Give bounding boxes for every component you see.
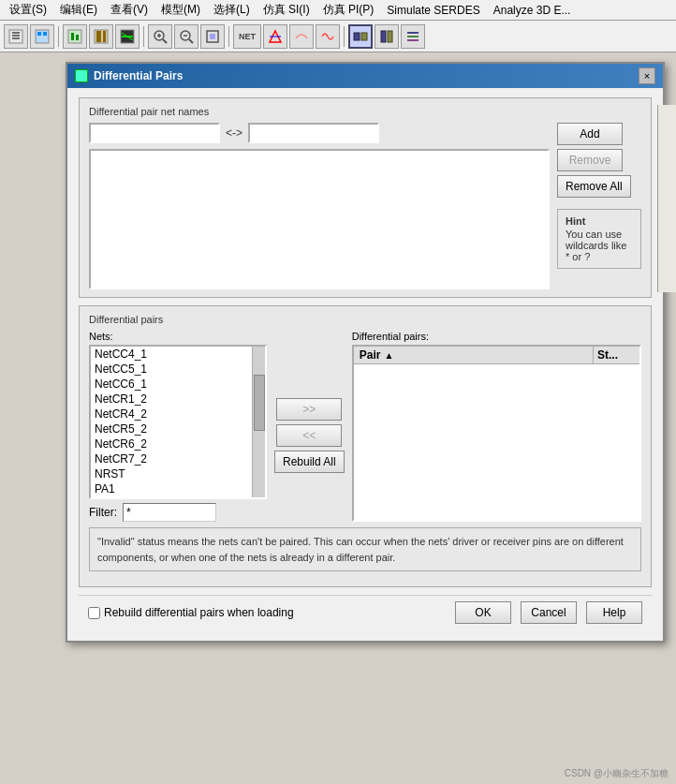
- net-name-input-1[interactable]: [89, 123, 220, 143]
- tb-zoom-in[interactable]: [148, 24, 172, 49]
- svg-rect-29: [381, 31, 386, 42]
- net-names-section: Differential pair net names <-> Add Re: [79, 97, 652, 298]
- dialog-close-button[interactable]: ×: [639, 67, 655, 84]
- add-button[interactable]: Add: [557, 123, 623, 145]
- dialog-title: Differential Pairs: [94, 69, 183, 82]
- checkbox-row: Rebuild differential pairs when loading: [88, 606, 446, 619]
- list-item[interactable]: NetCR6_2: [91, 436, 265, 451]
- list-item[interactable]: NetCR5_2: [91, 422, 265, 436]
- tb-btn-9[interactable]: [316, 24, 340, 49]
- nets-column: Nets: NetCC4_1 NetCC5_1 NetCC6_1 NetCR1_…: [89, 331, 267, 522]
- tb-btn-7[interactable]: [263, 24, 287, 49]
- list-item[interactable]: NRST: [91, 466, 265, 481]
- pairs-col-label: Differential pairs:: [352, 331, 641, 342]
- pairs-header-pair-cell: Pair ▲: [354, 347, 593, 363]
- tb-btn-2[interactable]: [30, 24, 54, 49]
- pairs-column: Differential pairs: Pair ▲ St...: [352, 331, 641, 522]
- tb-btn-1[interactable]: [4, 24, 28, 49]
- tb-btn-8[interactable]: [289, 24, 314, 49]
- rebuild-checkbox-label: Rebuild differential pairs when loading: [104, 606, 294, 619]
- right-panel: [657, 105, 676, 292]
- list-item[interactable]: NetCR1_2: [91, 392, 265, 407]
- net-names-label: Differential pair net names: [89, 106, 641, 117]
- pairs-list-header: Pair ▲ St...: [354, 347, 639, 364]
- pairs-header-st-cell: St...: [593, 347, 639, 363]
- svg-rect-9: [76, 35, 79, 40]
- move-left-button[interactable]: <<: [276, 424, 342, 447]
- svg-rect-11: [96, 31, 101, 42]
- tb-btn-11[interactable]: [401, 24, 425, 49]
- nets-listbox[interactable]: NetCC4_1 NetCC5_1 NetCC6_1 NetCR1_2 NetC…: [89, 345, 267, 499]
- pairs-header-pair-label: Pair: [360, 348, 381, 362]
- menu-view[interactable]: 查看(V): [105, 1, 154, 19]
- toolbar-sep-2: [143, 26, 144, 47]
- svg-rect-24: [210, 34, 215, 39]
- tb-btn-5[interactable]: [115, 24, 140, 49]
- menu-select[interactable]: 选择(L): [208, 1, 256, 19]
- hint-box-top: Hint You can use wildcards like * or ?: [557, 209, 641, 269]
- svg-line-21: [189, 39, 193, 43]
- cancel-button[interactable]: Cancel: [521, 601, 577, 624]
- svg-rect-27: [354, 33, 360, 40]
- diff-pairs-label: Differential pairs: [89, 314, 641, 325]
- nets-label: Nets:: [89, 331, 267, 342]
- menu-analyze-3d[interactable]: Analyze 3D E...: [488, 3, 577, 18]
- svg-rect-30: [388, 31, 392, 42]
- net-names-list[interactable]: [89, 149, 550, 289]
- menu-sim-pi[interactable]: 仿真 PI(P): [317, 1, 380, 19]
- remove-button[interactable]: Remove: [557, 149, 623, 171]
- tb-btn-10[interactable]: [375, 24, 399, 49]
- svg-rect-12: [103, 31, 106, 42]
- pairs-listbox[interactable]: Pair ▲ St...: [352, 345, 641, 522]
- tb-btn-4[interactable]: [89, 24, 113, 49]
- filter-label: Filter:: [89, 506, 117, 519]
- menu-sim-si[interactable]: 仿真 SI(I): [257, 1, 316, 19]
- svg-rect-8: [71, 33, 74, 40]
- toolbar-sep-4: [344, 26, 345, 47]
- menu-edit[interactable]: 编辑(E): [54, 1, 103, 19]
- dialog-bottom: Rebuild differential pairs when loading …: [79, 595, 652, 631]
- diff-pairs-section: Differential pairs Nets: NetCC4_1 NetCC5…: [79, 305, 652, 587]
- hint-bottom: "Invalid" status means the nets can't be…: [89, 527, 641, 571]
- tb-zoom-out[interactable]: [174, 24, 198, 49]
- sort-arrow-icon: ▲: [384, 350, 393, 361]
- tb-btn-3[interactable]: [63, 24, 87, 49]
- side-buttons: Add Remove Remove All Hint You can use w…: [557, 123, 641, 289]
- move-right-button[interactable]: >>: [276, 398, 342, 421]
- remove-all-button[interactable]: Remove All: [557, 175, 631, 198]
- differential-section: Nets: NetCC4_1 NetCC5_1 NetCC6_1 NetCR1_…: [89, 331, 641, 522]
- svg-rect-0: [9, 30, 22, 43]
- main-area: Differential Pairs × Differential pair n…: [0, 52, 676, 784]
- differential-pairs-dialog: Differential Pairs × Differential pair n…: [66, 62, 665, 643]
- list-item[interactable]: NetCC6_1: [91, 377, 265, 392]
- list-item[interactable]: NetCC5_1: [91, 362, 265, 377]
- toolbar-sep-1: [58, 26, 59, 47]
- list-item[interactable]: NetCR7_2: [91, 451, 265, 466]
- list-item[interactable]: NetCC4_1: [91, 347, 265, 362]
- filter-input[interactable]: [123, 503, 216, 522]
- net-name-input-2[interactable]: [248, 123, 379, 143]
- dialog-titlebar: Differential Pairs ×: [67, 64, 663, 88]
- mid-buttons: >> << Rebuild All: [274, 331, 345, 522]
- dialog-body: Differential pair net names <-> Add Re: [67, 88, 663, 641]
- tb-btn-active[interactable]: [348, 24, 373, 49]
- svg-rect-7: [68, 30, 81, 43]
- help-button[interactable]: Help: [586, 601, 642, 624]
- watermark: CSDN @小幽杂生不加糖: [565, 767, 669, 780]
- hint-text: You can use wildcards like * or ?: [566, 229, 633, 262]
- list-item[interactable]: NetCR4_2: [91, 407, 265, 422]
- tb-btn-6[interactable]: NET: [233, 24, 261, 49]
- hint-bottom-text: "Invalid" status means the nets can't be…: [97, 536, 624, 563]
- rebuild-checkbox[interactable]: [88, 607, 100, 619]
- ok-button[interactable]: OK: [455, 601, 511, 624]
- list-item[interactable]: PA1: [91, 481, 265, 496]
- menu-sim-serdes[interactable]: Simulate SERDES: [381, 3, 485, 18]
- menu-model[interactable]: 模型(M): [155, 1, 206, 19]
- menu-settings[interactable]: 设置(S): [4, 1, 52, 19]
- toolbar-sep-3: [228, 26, 229, 47]
- rebuild-all-button[interactable]: Rebuild All: [274, 451, 345, 473]
- svg-rect-28: [361, 33, 367, 40]
- arrow-separator: <->: [226, 126, 242, 140]
- svg-rect-5: [37, 32, 41, 36]
- tb-zoom-fit[interactable]: [200, 24, 225, 49]
